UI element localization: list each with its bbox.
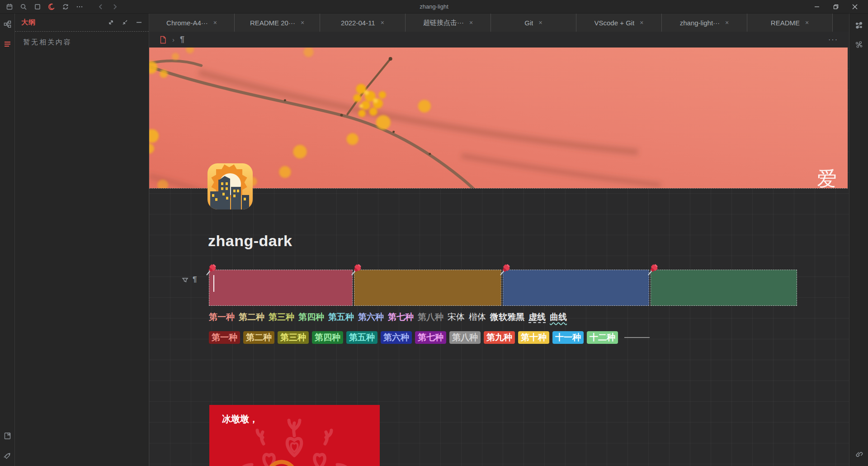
font-sample: 第八种 [418, 312, 443, 322]
breadcrumb-pilcrow[interactable]: ¶ [180, 35, 184, 44]
font-sample: 宋体 [448, 312, 465, 322]
color-block[interactable] [651, 270, 797, 306]
tab-label: Git [524, 19, 533, 27]
pushpin-icon [350, 263, 363, 278]
highlight-sample: 第七种 [415, 331, 446, 344]
color-blocks-row [209, 270, 797, 306]
block-gutter: ¶ [182, 275, 197, 284]
document-tab[interactable]: zhang-light··· × [662, 14, 747, 32]
window-controls [807, 0, 864, 13]
breadcrumb: › ¶ ··· [149, 32, 849, 48]
outline-icon[interactable] [3, 40, 11, 48]
frame-icon[interactable] [33, 3, 42, 11]
hero-caption-char: 爱 [817, 167, 837, 188]
tab-close-icon[interactable]: × [213, 19, 217, 26]
backlink-icon[interactable] [855, 450, 863, 458]
breadcrumb-more-icon[interactable]: ··· [828, 36, 838, 44]
highlight-sample: 第八种 [449, 331, 481, 344]
titlebar-toolbar [4, 3, 119, 11]
highlight-sample: 第三种 [278, 331, 309, 344]
tag-icon[interactable] [3, 452, 11, 460]
close-icon[interactable] [845, 0, 864, 13]
tab-close-icon[interactable]: × [381, 19, 384, 26]
font-sample: 第七种 [388, 312, 414, 322]
font-sample: 第三种 [269, 312, 294, 322]
tab-bar: Chrome-A4··· × README 20··· × 2022-04-11… [149, 14, 849, 32]
bing-dwen-dwen-card[interactable]: 冰墩墩， [209, 405, 380, 466]
global-graph-icon[interactable] [855, 41, 863, 49]
document-title[interactable]: zhang-dark [208, 232, 292, 250]
min-panel-icon[interactable] [136, 19, 142, 26]
highlight-sample: 第五种 [346, 331, 377, 344]
color-block[interactable] [209, 270, 353, 306]
document-tab[interactable]: Git × [491, 14, 576, 32]
highlight-sample: 第一种 [209, 331, 240, 344]
text-caret [213, 275, 214, 292]
tabbar-spacer [833, 14, 849, 32]
forward-icon[interactable] [111, 3, 119, 11]
font-sample: 微软雅黑 [490, 312, 524, 322]
restore-icon[interactable] [826, 0, 845, 13]
more-icon[interactable] [75, 3, 84, 11]
color-block[interactable] [354, 270, 501, 306]
minimize-icon[interactable] [807, 0, 826, 13]
expand-icon[interactable] [108, 19, 114, 26]
font-sample: 楷体 [469, 312, 486, 322]
highlight-sample: 第四种 [312, 331, 343, 344]
theme-moon-icon[interactable] [47, 3, 56, 11]
font-sample: 第六种 [358, 312, 384, 322]
font-sample: 第一种 [209, 312, 235, 322]
tab-close-icon[interactable]: × [538, 19, 542, 26]
block-filter-icon[interactable] [182, 276, 189, 283]
hero-image[interactable]: 爱 [149, 48, 848, 189]
editor-canvas[interactable]: 爱 [149, 48, 849, 466]
graph-icon[interactable] [855, 22, 863, 30]
highlight-sample: 十二种 [587, 331, 618, 344]
font-sample: 虚线 [528, 312, 546, 323]
tab-label: Chrome-A4··· [166, 19, 208, 27]
sunset-over-buildings-emoji[interactable] [207, 162, 254, 210]
tab-close-icon[interactable]: × [469, 19, 473, 26]
highlight-sample: 第二种 [243, 331, 274, 344]
window-title: zhang-light [0, 3, 868, 10]
font-sample-row[interactable]: 第一种第二种第三种第四种第五种第六种第七种第八种宋体楷体微软雅黑虚线曲线 [209, 311, 571, 323]
highlight-sample-row[interactable]: 第一种第二种第三种第四种第五种第六种第七种第八种第九种第十种十一种十二种 [209, 331, 650, 344]
sync-icon[interactable] [61, 3, 70, 11]
document-icon[interactable] [159, 36, 167, 44]
tab-label: VScode + Git [594, 19, 635, 27]
pushpin-icon [499, 263, 512, 278]
outline-empty-text: 暂无相关内容 [15, 32, 149, 53]
collapse-icon[interactable] [122, 19, 128, 26]
tab-close-icon[interactable]: × [725, 19, 729, 26]
font-sample: 第五种 [328, 312, 354, 322]
paragraph-gutter-icon[interactable]: ¶ [193, 275, 197, 284]
app-window: zhang-light [0, 0, 868, 466]
tab-label: 超链接点击··· [423, 19, 464, 27]
card-text: 冰墩墩， [222, 413, 258, 425]
font-sample: 第四种 [298, 312, 324, 322]
document-tab[interactable]: Chrome-A4··· × [149, 14, 235, 32]
tab-close-icon[interactable]: × [640, 19, 643, 26]
back-icon[interactable] [97, 3, 105, 11]
tab-label: README 20··· [250, 19, 295, 27]
document-tab[interactable]: README 20··· × [235, 14, 320, 32]
file-tree-icon[interactable] [3, 20, 11, 28]
font-sample: 第二种 [239, 312, 264, 322]
pushpin-icon [646, 263, 660, 278]
document-tab[interactable]: VScode + Git × [576, 14, 662, 32]
font-sample: 曲线 [550, 312, 567, 322]
tab-close-icon[interactable]: × [301, 19, 304, 26]
highlight-sample: 十一种 [552, 331, 584, 344]
document-tab[interactable]: README × [747, 14, 833, 32]
titlebar: zhang-light [0, 0, 868, 14]
empty-underline [624, 337, 650, 338]
search-icon[interactable] [19, 3, 28, 11]
calendar-icon[interactable] [5, 3, 14, 11]
tab-close-icon[interactable]: × [805, 19, 809, 26]
color-block[interactable] [503, 270, 649, 306]
document-tab[interactable]: 2022-04-11 × [320, 14, 406, 32]
highlight-sample: 第十种 [518, 331, 549, 344]
tab-label: zhang-light··· [680, 19, 720, 27]
bookmark-icon[interactable] [3, 432, 11, 440]
document-tab[interactable]: 超链接点击··· × [406, 14, 491, 32]
